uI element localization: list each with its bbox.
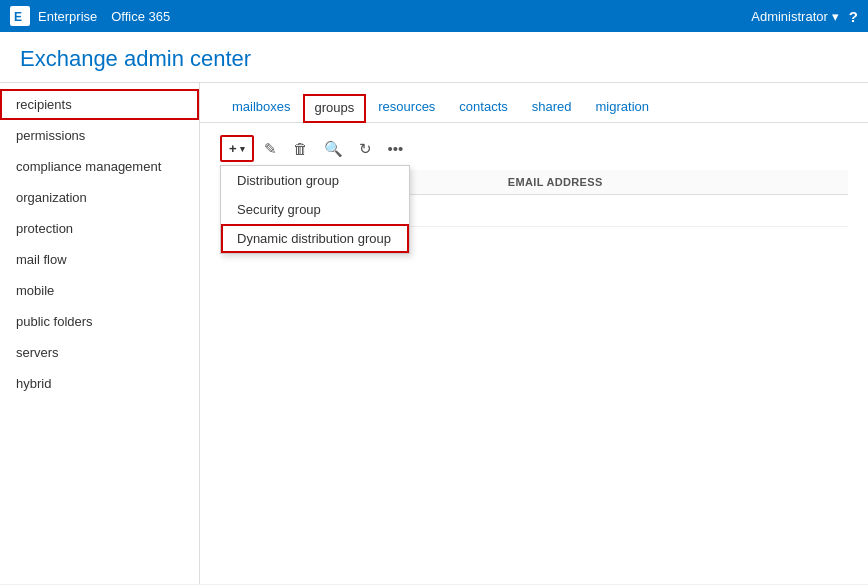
sidebar-item-mail-flow[interactable]: mail flow [0,244,199,275]
edit-button[interactable]: ✎ [258,136,283,162]
topbar-left: E Enterprise Office 365 [10,6,170,26]
add-chevron-icon: ▾ [240,144,245,154]
dropdown-distribution-group[interactable]: Distribution group [221,166,409,195]
toolbar: + ▾ ✎ 🗑 🔍 ↻ ••• Distribution group Secur… [200,123,868,170]
topbar-enterprise[interactable]: Enterprise [38,9,97,24]
col-extra [804,170,848,195]
sidebar-item-protection[interactable]: protection [0,213,199,244]
topbar-office365[interactable]: Office 365 [111,9,170,24]
dropdown-security-group[interactable]: Security group [221,195,409,224]
add-dropdown: Distribution group Security group Dynami… [220,165,410,254]
subnav-resources[interactable]: resources [366,93,447,122]
svg-text:E: E [14,10,22,24]
more-icon: ••• [388,140,404,157]
sidebar-item-public-folders[interactable]: public folders [0,306,199,337]
page-title-bar: Exchange admin center [0,32,868,83]
dropdown-dynamic-distribution-group[interactable]: Dynamic distribution group [221,224,409,253]
sidebar-item-mobile[interactable]: mobile [0,275,199,306]
subnav-shared[interactable]: shared [520,93,584,122]
refresh-icon: ↻ [359,140,372,157]
subnav-contacts[interactable]: contacts [447,93,519,122]
admin-chevron: ▾ [832,9,839,24]
topbar-right: Administrator ▾ ? [751,8,858,25]
layout: recipients permissions compliance manage… [0,83,868,584]
help-button[interactable]: ? [849,8,858,25]
admin-label: Administrator [751,9,828,24]
sidebar-item-recipients[interactable]: recipients [0,89,199,120]
delete-icon: 🗑 [293,140,308,157]
delete-button[interactable]: 🗑 [287,136,314,161]
col-email-address: EMAIL ADDRESS [500,170,804,195]
add-button[interactable]: + ▾ [220,135,254,162]
sidebar-item-servers[interactable]: servers [0,337,199,368]
sidebar: recipients permissions compliance manage… [0,83,200,584]
refresh-button[interactable]: ↻ [353,136,378,162]
topbar: E Enterprise Office 365 Administrator ▾ … [0,0,868,32]
edit-icon: ✎ [264,140,277,157]
subnav-groups[interactable]: groups [303,94,367,123]
add-icon: + [229,141,237,156]
sidebar-item-organization[interactable]: organization [0,182,199,213]
page-title: Exchange admin center [20,46,251,71]
search-button[interactable]: 🔍 [318,136,349,162]
main-content: mailboxes groups resources contacts shar… [200,83,868,584]
admin-menu[interactable]: Administrator ▾ [751,9,839,24]
topbar-apps: Enterprise Office 365 [38,9,170,24]
more-button[interactable]: ••• [382,136,410,161]
sidebar-item-compliance-management[interactable]: compliance management [0,151,199,182]
subnav-migration[interactable]: migration [584,93,661,122]
sidebar-item-hybrid[interactable]: hybrid [0,368,199,399]
sub-nav: mailboxes groups resources contacts shar… [200,83,868,123]
search-icon: 🔍 [324,140,343,157]
subnav-mailboxes[interactable]: mailboxes [220,93,303,122]
sidebar-item-permissions[interactable]: permissions [0,120,199,151]
app-logo: E [10,6,30,26]
